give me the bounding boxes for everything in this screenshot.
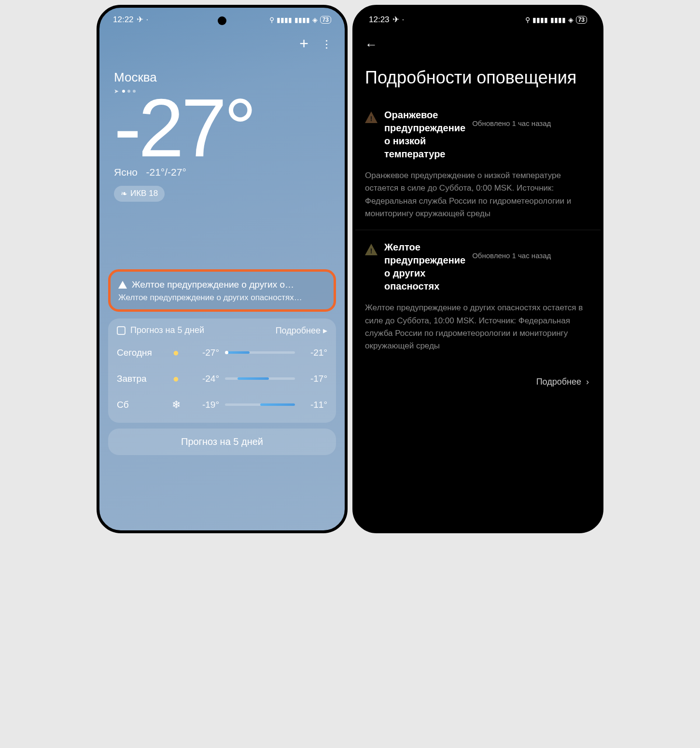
high-low-text: -21°/-27° (146, 166, 186, 178)
condition-text: Ясно (114, 166, 138, 178)
alert-item: ! Оранжевое предупреждение о низкой темп… (355, 98, 601, 166)
alert-name: Оранжевое предупреждение о низкой темпер… (384, 109, 465, 161)
battery-pill: 73 (320, 16, 331, 24)
svg-text:!: ! (370, 247, 373, 255)
wifi-icon: ◈ (312, 16, 318, 24)
page-title: Подробности оповещения (355, 52, 601, 98)
sun-icon: ● (163, 346, 189, 359)
forecast-5day-button[interactable]: Прогноз на 5 дней (108, 429, 336, 455)
more-options-button[interactable]: ⋯ (319, 39, 333, 48)
warning-icon: ! (365, 111, 378, 123)
back-button[interactable]: ← (365, 37, 378, 52)
signal-icon: ▮▮▮▮ (550, 16, 566, 24)
details-more-link[interactable]: Подробнее › (355, 362, 601, 402)
camera-hole (218, 16, 226, 25)
phone-left: 12:22 ✈ · ⚲ ▮▮▮▮ ▮▮▮▮ ◈ 73 + ⋯ Москва ➤ … (97, 5, 348, 533)
status-time: 12:23 (369, 15, 390, 25)
telegram-icon: ✈ (137, 14, 143, 25)
battery-pill: 73 (576, 16, 587, 24)
camera-hole (474, 16, 482, 25)
forecast-row[interactable]: Сб ❄ -19° -11° (117, 392, 327, 418)
alert-title: Желтое предупреждение о других о… (132, 279, 294, 290)
forecast-card[interactable]: Прогноз на 5 дней Подробнее ▸ Сегодня ● … (108, 319, 336, 423)
wifi-icon: ◈ (568, 16, 574, 24)
forecast-title: Прогноз на 5 дней (130, 325, 204, 335)
bluetooth-icon: ⚲ (525, 16, 530, 24)
warning-icon (118, 281, 127, 289)
phone-right: 12:23 ✈ · ⚲ ▮▮▮▮ ▮▮▮▮ ◈ 73 ← Подробности… (352, 5, 603, 533)
aqi-label: ИКВ 18 (130, 189, 158, 198)
sun-icon: ● (163, 373, 189, 385)
alert-body: Желтое предупреждение о других опасностя… (355, 298, 601, 362)
alert-card[interactable]: Желтое предупреждение о других о… Желтое… (108, 269, 336, 312)
toolbar: + ⋯ (99, 28, 345, 55)
status-time: 12:22 (113, 15, 134, 25)
telegram-icon: ✈ (392, 14, 399, 25)
forecast-more-link[interactable]: Подробнее ▸ (276, 325, 327, 336)
alert-updated: Обновлено 1 час назад (472, 241, 551, 260)
add-city-button[interactable]: + (299, 36, 308, 51)
bluetooth-icon: ⚲ (269, 16, 274, 24)
alert-body: Оранжевое предупреждение о низкой темпер… (355, 166, 601, 230)
dot-icon: · (146, 15, 149, 25)
snowflake-icon: ❄ (163, 399, 189, 411)
signal-icon: ▮▮▮▮ (277, 16, 292, 24)
temperature-main: -27° (99, 85, 345, 171)
alert-item: ! Желтое предупреждение о других опаснос… (355, 230, 601, 298)
warning-icon: ! (365, 244, 378, 255)
calendar-icon (117, 326, 126, 335)
chevron-right-icon: ▸ (323, 326, 327, 335)
leaf-icon: ❧ (121, 189, 127, 199)
aqi-chip[interactable]: ❧ ИКВ 18 (114, 186, 165, 202)
alert-updated: Обновлено 1 час назад (472, 109, 551, 127)
alert-subtitle: Желтое предупреждение о других опасностя… (118, 293, 326, 303)
forecast-row[interactable]: Сегодня ● -27° -21° (117, 340, 327, 366)
alert-name: Желтое предупреждение о других опасностя… (384, 241, 465, 293)
chevron-right-icon: › (586, 377, 589, 387)
dot-icon: · (402, 15, 405, 25)
signal-icon: ▮▮▮▮ (532, 16, 548, 24)
signal-icon: ▮▮▮▮ (294, 16, 310, 24)
forecast-row[interactable]: Завтра ● -24° -17° (117, 366, 327, 392)
svg-text:!: ! (370, 114, 373, 123)
